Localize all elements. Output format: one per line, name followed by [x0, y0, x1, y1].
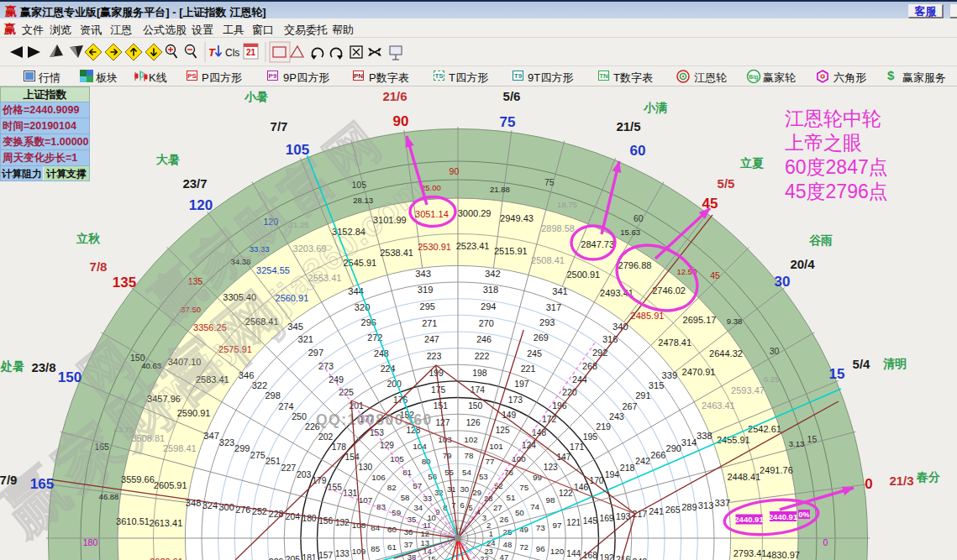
- svg-text:小暑: 小暑: [244, 90, 268, 103]
- svg-text:289: 289: [681, 502, 697, 512]
- svg-text:222: 222: [475, 351, 490, 361]
- svg-text:293: 293: [539, 317, 555, 327]
- svg-text:105: 105: [286, 142, 309, 158]
- svg-text:2847.73: 2847.73: [581, 239, 614, 249]
- svg-text:338: 338: [697, 431, 712, 441]
- svg-text:5/4: 5/4: [853, 357, 871, 371]
- svg-text:121: 121: [566, 518, 581, 527]
- svg-text:7/7: 7/7: [271, 119, 288, 133]
- svg-text:252: 252: [252, 506, 267, 516]
- svg-text:Big: Big: [749, 74, 758, 81]
- svg-text:98: 98: [545, 495, 555, 505]
- svg-text:23/8: 23/8: [31, 360, 55, 374]
- svg-text:21/5: 21/5: [616, 119, 640, 133]
- svg-text:4830.97: 4830.97: [766, 550, 800, 560]
- svg-text:72: 72: [519, 542, 528, 552]
- svg-text:清明: 清明: [883, 357, 907, 370]
- svg-text:243: 243: [609, 411, 624, 421]
- svg-text:181: 181: [302, 553, 316, 560]
- svg-text:274: 274: [278, 401, 293, 411]
- svg-text:45: 45: [710, 270, 720, 280]
- svg-text:15.63: 15.63: [620, 228, 640, 237]
- svg-text:297: 297: [308, 348, 323, 358]
- svg-text:218: 218: [620, 463, 635, 473]
- svg-text:102: 102: [464, 435, 477, 444]
- svg-text:169: 169: [599, 514, 613, 523]
- svg-text:135: 135: [113, 275, 136, 290]
- svg-text:谷雨: 谷雨: [808, 233, 833, 247]
- svg-text:21/3: 21/3: [889, 474, 913, 488]
- svg-text:347: 347: [203, 431, 219, 441]
- svg-text:江恩轮中轮: 江恩轮中轮: [785, 107, 881, 129]
- svg-text:30: 30: [775, 274, 791, 290]
- svg-text:269: 269: [534, 332, 549, 343]
- svg-text:99: 99: [533, 473, 542, 482]
- svg-text:2440.91: 2440.91: [734, 515, 764, 524]
- svg-text:343: 343: [415, 269, 431, 279]
- svg-text:107: 107: [359, 495, 372, 505]
- svg-text:3610.51: 3610.51: [116, 516, 150, 526]
- svg-text:129: 129: [380, 441, 394, 450]
- svg-text:221: 221: [521, 364, 536, 374]
- svg-text:35: 35: [408, 515, 417, 524]
- svg-text:105: 105: [390, 454, 404, 463]
- svg-text:20/4: 20/4: [790, 257, 815, 271]
- svg-text:192: 192: [599, 553, 613, 560]
- svg-text:245: 245: [527, 348, 542, 359]
- svg-text:200: 200: [386, 379, 402, 389]
- svg-text:106: 106: [371, 473, 386, 482]
- svg-text:275: 275: [250, 450, 266, 460]
- svg-text:15: 15: [829, 366, 845, 382]
- svg-text:小满: 小满: [643, 101, 667, 114]
- svg-text:2605.91: 2605.91: [154, 480, 187, 490]
- svg-text:2746.02: 2746.02: [652, 285, 686, 296]
- svg-text:74: 74: [530, 502, 539, 511]
- svg-text:2542.61: 2542.61: [748, 424, 781, 434]
- svg-text:314: 314: [681, 437, 697, 447]
- svg-text:1: 1: [489, 529, 493, 538]
- svg-text:61: 61: [387, 542, 397, 552]
- svg-text:2593.47: 2593.47: [731, 385, 765, 395]
- svg-text:3051.14: 3051.14: [415, 209, 449, 219]
- svg-text:90: 90: [393, 113, 409, 129]
- svg-text:247: 247: [424, 334, 439, 344]
- svg-text:5/6: 5/6: [503, 89, 521, 103]
- svg-text:101: 101: [489, 442, 503, 451]
- svg-text:2644.32: 2644.32: [709, 348, 743, 359]
- svg-text:319: 319: [418, 285, 434, 295]
- svg-text:Cls: Cls: [225, 47, 239, 59]
- svg-text:2949.43: 2949.43: [500, 213, 534, 223]
- svg-text:75: 75: [519, 483, 528, 492]
- svg-text:295: 295: [420, 301, 435, 311]
- svg-text:18.75: 18.75: [557, 200, 577, 209]
- svg-text:271: 271: [422, 318, 437, 328]
- svg-text:2508.41: 2508.41: [531, 255, 565, 265]
- svg-text:125: 125: [496, 426, 510, 435]
- svg-text:2523.41: 2523.41: [456, 241, 490, 251]
- svg-text:294: 294: [481, 301, 496, 311]
- svg-text:73: 73: [536, 523, 545, 532]
- svg-text:150: 150: [468, 401, 482, 411]
- svg-text:3.13: 3.13: [789, 439, 805, 448]
- svg-text:3000.29: 3000.29: [458, 208, 492, 218]
- svg-text:2515.91: 2515.91: [494, 246, 528, 256]
- svg-text:340: 340: [613, 322, 628, 332]
- svg-text:春分: 春分: [916, 470, 940, 484]
- svg-text:处暑: 处暑: [0, 359, 24, 373]
- svg-text:126: 126: [466, 418, 481, 427]
- svg-text:53: 53: [479, 472, 488, 481]
- svg-text:321: 321: [298, 334, 314, 344]
- svg-text:149: 149: [502, 411, 516, 420]
- svg-text:2491.76: 2491.76: [760, 465, 793, 475]
- svg-text:171: 171: [570, 442, 584, 452]
- svg-text:46.88: 46.88: [99, 492, 119, 501]
- svg-text:124: 124: [522, 441, 536, 450]
- svg-text:130: 130: [358, 463, 372, 472]
- svg-text:268: 268: [582, 361, 597, 371]
- svg-text:6: 6: [460, 500, 465, 510]
- svg-text:2470.91: 2470.91: [682, 367, 716, 377]
- svg-text:9.38: 9.38: [727, 317, 743, 326]
- svg-text:150: 150: [58, 369, 82, 385]
- svg-text:60: 60: [634, 213, 644, 223]
- svg-text:156: 156: [318, 516, 333, 526]
